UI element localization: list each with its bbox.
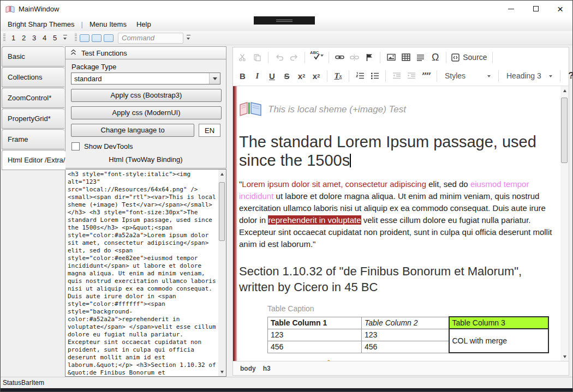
anchor-flag-icon[interactable] (362, 50, 377, 65)
chevron-down-icon (549, 75, 552, 79)
subscript-icon[interactable]: x2 (294, 69, 309, 83)
dark-drag-handle[interactable] (254, 16, 315, 25)
scroll-up-icon[interactable] (560, 86, 569, 94)
horizontal-rule-icon[interactable] (413, 50, 428, 65)
spellcheck-icon[interactable]: ABC (308, 50, 325, 65)
image-icon[interactable] (384, 50, 398, 65)
path-item-h3[interactable]: h3 (263, 365, 271, 372)
menu-bar: Bright Sharp Themes | Menu Items Help (1, 17, 572, 31)
underline-icon[interactable]: U (265, 69, 279, 83)
scroll-up-icon[interactable] (218, 170, 226, 178)
close-button[interactable]: × (548, 1, 572, 17)
combobox-value: standard (74, 75, 102, 83)
panel-layout-icon-3[interactable] (104, 34, 114, 42)
scroll-down-icon[interactable] (560, 353, 569, 361)
toolbar-overflow-icon[interactable] (62, 34, 69, 42)
table-cell: 456 (362, 341, 449, 353)
combobox-dropdown-button[interactable] (209, 73, 220, 84)
local-scheme-image (239, 101, 262, 118)
bold-icon[interactable]: B (235, 69, 250, 83)
html-source-text[interactable]: <h3 style="font-style:italic"><img alt="… (65, 170, 218, 376)
test-functions-panel: Test Functions Package Type standard App… (65, 45, 228, 377)
lorem-heading: The standard Lorem Ipsum passage, used s… (239, 133, 559, 170)
editor-content[interactable]: This is local sheme (+image) Test The st… (237, 86, 560, 361)
menu-help[interactable]: Help (132, 20, 156, 28)
indent-icon[interactable] (404, 69, 419, 83)
content-table[interactable]: Table Column 1 Table Column 2 Table Colu… (267, 316, 549, 353)
cut-icon[interactable] (235, 50, 250, 65)
apply-bootstrap-button[interactable]: Apply css (Bootstrap3) (71, 89, 222, 102)
toolbar-button-2[interactable]: 2 (19, 34, 29, 42)
menu-menu-items[interactable]: Menu Items (85, 20, 132, 28)
styles-dropdown[interactable]: Styles (440, 69, 495, 83)
format-dropdown[interactable]: Heading 3 (502, 69, 557, 83)
tab-html-editor[interactable]: Html Editor /Extra/ (2, 150, 65, 170)
special-char-omega-icon[interactable]: Ω (428, 50, 443, 65)
toolbar-grip-icon[interactable] (3, 34, 5, 42)
tab-frame[interactable]: Frame (2, 129, 64, 149)
table-header-2: Table Column 2 (362, 317, 449, 329)
test-functions-body: Package Type standard Apply css (Bootstr… (65, 59, 226, 168)
toolbar-tray: 1 2 3 4 5 Command (1, 31, 572, 45)
content-scrollbar[interactable] (560, 86, 569, 361)
blockquote-icon[interactable]: ”” (419, 69, 433, 83)
scroll-down-icon[interactable] (218, 368, 226, 376)
redo-icon[interactable] (286, 50, 301, 65)
bulleted-list-icon[interactable] (367, 69, 382, 83)
copy-icon[interactable] (250, 50, 265, 65)
show-devtools-label: Show DevTools (84, 142, 133, 150)
show-devtools-checkbox[interactable] (71, 142, 80, 150)
maximize-button[interactable] (523, 1, 548, 17)
numbered-list-icon[interactable] (353, 69, 367, 83)
command-input[interactable]: Command (118, 33, 183, 44)
window-bottom-edge (1, 388, 572, 391)
sidebar-tabstrip: Basic Collections ZoomControl* PropertyG… (1, 45, 65, 377)
toolbar-grip-icon[interactable] (75, 34, 77, 42)
source-scrollbar[interactable] (218, 170, 226, 376)
path-item-body[interactable]: body (240, 365, 256, 372)
strikethrough-icon[interactable]: S (279, 69, 294, 83)
toolbar-overflow-icon[interactable] (186, 34, 193, 42)
italic-icon[interactable]: I (250, 69, 265, 83)
panel-layout-icon-1[interactable] (80, 34, 89, 42)
undo-icon[interactable] (272, 50, 286, 65)
tab-basic[interactable]: Basic (2, 46, 64, 67)
source-button[interactable]: Source (450, 50, 488, 65)
table-icon[interactable] (398, 50, 413, 65)
toolbar-button-3[interactable]: 3 (29, 34, 39, 42)
content-scroll-track[interactable] (560, 94, 569, 353)
tab-zoomcontrol[interactable]: ZoomControl* (2, 88, 64, 108)
toolbar-button-5[interactable]: 5 (50, 34, 60, 42)
menu-bright-sharp-themes[interactable]: Bright Sharp Themes (3, 20, 80, 28)
toolbar-button-4[interactable]: 4 (39, 34, 50, 42)
tab-propertygrid[interactable]: PropertyGrid* (2, 108, 64, 129)
language-input[interactable]: EN (199, 124, 220, 137)
app-book-icon (5, 5, 15, 13)
content-scroll-thumb[interactable] (561, 98, 568, 163)
menu-separator: | (80, 20, 85, 28)
maximize-icon (533, 6, 539, 11)
apply-modernui-button[interactable]: Apply css (ModernUI) (71, 106, 222, 119)
link-icon[interactable] (332, 50, 347, 65)
html-source-textarea[interactable]: <h3 style="font-style:italic"><img alt="… (65, 169, 226, 377)
table-header-3: Table Column 3 (449, 317, 548, 329)
remove-format-icon[interactable]: Tx (331, 69, 345, 83)
title-bar[interactable]: MainWindow × (1, 1, 572, 17)
help-icon[interactable]: ? (564, 69, 573, 83)
toolbar-button-1[interactable]: 1 (8, 34, 19, 42)
tab-collections[interactable]: Collections (2, 67, 64, 87)
source-scroll-thumb[interactable] (219, 182, 225, 241)
expander-header[interactable]: Test Functions (65, 46, 226, 59)
table-header-1: Table Column 1 (268, 317, 362, 329)
minimize-button[interactable] (499, 1, 523, 17)
outdent-icon[interactable] (389, 69, 404, 83)
chevron-down-icon (487, 75, 491, 79)
source-scroll-track[interactable] (218, 178, 226, 368)
unlink-icon[interactable] (347, 50, 362, 65)
chevron-down-icon (213, 77, 217, 82)
panel-layout-icon-2[interactable] (92, 34, 102, 42)
superscript-icon[interactable]: x2 (309, 69, 324, 83)
section-heading: Section 1.10.32 of "de Finibus Bonorum e… (239, 264, 559, 295)
package-type-combobox[interactable]: standard (71, 73, 220, 85)
change-language-button[interactable]: Change language to (71, 124, 194, 137)
